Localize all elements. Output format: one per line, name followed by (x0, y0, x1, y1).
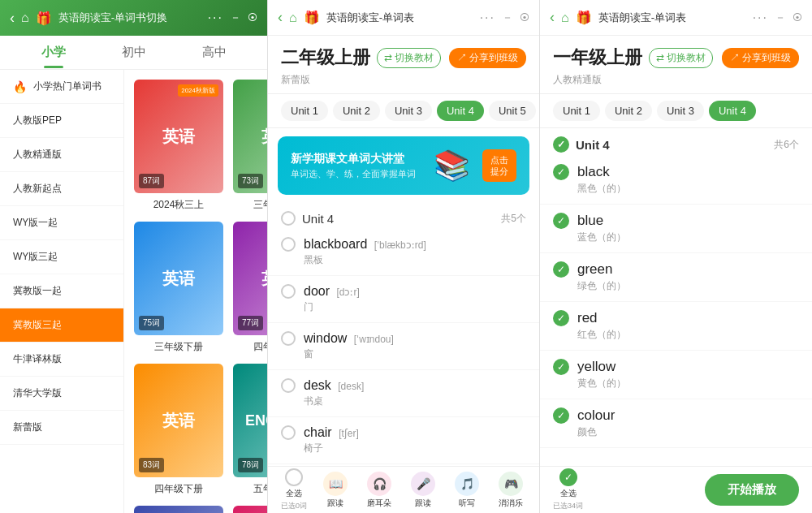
check-colour[interactable]: ✓ (553, 407, 569, 424)
check-blue[interactable]: ✓ (553, 213, 569, 229)
mid-unit-tab-2[interactable]: Unit 3 (385, 101, 432, 121)
book-item-5[interactable]: ENGLISH 78词 五年级上册 (233, 364, 267, 496)
left-gift-icon[interactable]: 🎁 (36, 11, 52, 26)
start-play-button[interactable]: 开始播放 (705, 474, 799, 506)
mid-back-icon[interactable]: ‹ (278, 9, 283, 26)
left-minimize[interactable]: － (230, 11, 241, 25)
mid-signal: ⦿ (520, 12, 529, 24)
mid-tool-moer[interactable]: 🎧 磨耳朵 (361, 472, 398, 509)
word-row-chair[interactable]: chair [tʃer] 椅子 (268, 417, 539, 464)
check-red[interactable]: ✓ (553, 310, 569, 326)
mid-home-icon[interactable]: ⌂ (289, 11, 297, 25)
right-word-colour[interactable]: ✓ colour 颜色 (540, 399, 812, 448)
right-minimize[interactable]: － (775, 11, 786, 25)
sidebar-item-hot[interactable]: 🔥 小学热门单词书 (0, 70, 123, 104)
word-row-window[interactable]: window [ˈwɪndou] 窗 (268, 323, 539, 370)
right-word-green[interactable]: ✓ green 绿色（的） (540, 253, 812, 302)
sidebar-item-jinghui[interactable]: 人教精通版 (0, 138, 123, 172)
book-cover-6: 英语 (134, 506, 223, 513)
word-row-desk[interactable]: desk [desk] 书桌 (268, 370, 539, 417)
book-item-4[interactable]: 英语 83词 四年级下册 (134, 364, 223, 496)
right-back-icon[interactable]: ‹ (550, 9, 555, 26)
right-unit-header: ✓ Unit 4 共6个 (540, 128, 812, 156)
left-signal: ⦿ (248, 12, 257, 24)
book-item-7[interactable]: 英语 61词 六年级上册 (233, 506, 267, 513)
mid-switch-btn[interactable]: ⇄ 切换教材 (377, 48, 441, 68)
mid-gift-icon[interactable]: 🎁 (304, 10, 320, 25)
word-en-door: door (304, 284, 330, 298)
mid-tool-tingxie[interactable]: 🎵 听写 (448, 472, 486, 509)
sidebar-item-xinqidian[interactable]: 人教新起点 (0, 172, 123, 206)
right-unit-tab-2[interactable]: Unit 3 (657, 101, 704, 121)
sidebar-item-ji3[interactable]: 冀教版三起 (0, 308, 123, 343)
check-black[interactable]: ✓ (553, 164, 569, 180)
mid-tool-fudu[interactable]: 📖 跟读 (317, 472, 354, 509)
tab-elementary[interactable]: 小学 (13, 37, 93, 68)
word-radio-window[interactable] (281, 331, 296, 346)
mid-select-circle[interactable] (285, 468, 303, 486)
book-item-0[interactable]: 英语 87词 2024秋新版 2024秋三上 (134, 80, 223, 212)
word-cn-door: 门 (304, 300, 526, 314)
mid-unit-tab-3[interactable]: Unit 4 (437, 101, 484, 121)
right-unit-tab-3[interactable]: Unit 4 (709, 101, 756, 121)
left-back-icon[interactable]: ‹ (10, 10, 15, 27)
word-radio-chair[interactable] (281, 425, 296, 440)
mid-banner[interactable]: 新学期课文单词大讲堂 单词选、学、练，全面掌握单词 📚 点击 提分 (278, 136, 529, 195)
right-select-all[interactable]: ✓ 全选 已选34词 (553, 468, 583, 511)
check-yellow[interactable]: ✓ (553, 359, 569, 375)
xiaoxiao-icon: 🎮 (499, 472, 523, 496)
right-switch-btn[interactable]: ⇄ 切换教材 (649, 48, 713, 68)
right-word-list: ✓ Unit 4 共6个 ✓ black 黑色（的） ✓ blue 蓝色（的） … (540, 128, 812, 466)
word-radio-door[interactable] (281, 284, 296, 299)
sidebar-item-ji1[interactable]: 冀教版一起 (0, 274, 123, 308)
sidebar-item-wy1[interactable]: WY版一起 (0, 206, 123, 240)
sidebar-item-pep[interactable]: 人教版PEP (0, 104, 123, 138)
mid-select-all[interactable]: 全选 已选0词 (278, 468, 310, 511)
mid-unit-tab-4[interactable]: Unit 5 (489, 101, 536, 121)
unit4-radio[interactable] (281, 211, 296, 226)
right-word-yellow[interactable]: ✓ yellow 黄色（的） (540, 351, 812, 399)
sidebar-item-oxford[interactable]: 牛津译林版 (0, 343, 123, 377)
mid-minimize[interactable]: － (502, 11, 513, 25)
right-word-black[interactable]: ✓ black 黑色（的） (540, 156, 812, 205)
banner-btn[interactable]: 点击 提分 (482, 149, 516, 183)
check-green[interactable]: ✓ (553, 261, 569, 278)
mid-grade-title: 二年级上册 (281, 45, 370, 70)
left-dots[interactable]: ··· (208, 11, 223, 25)
right-unit-tab-0[interactable]: Unit 1 (553, 101, 600, 121)
book-title-3: 四年级上册 (253, 340, 267, 354)
sidebar-item-xin[interactable]: 新蕾版 (0, 411, 123, 445)
tab-middle[interactable]: 初中 (93, 37, 174, 68)
sidebar-item-qinghua[interactable]: 清华大学版 (0, 377, 123, 411)
word-row-blackboard[interactable]: blackboard [ˈblækbɔːrd] 黑板 (268, 229, 539, 276)
sidebar-item-wy3[interactable]: WY版三起 (0, 240, 123, 274)
right-unit-tab-1[interactable]: Unit 2 (605, 101, 652, 121)
book-item-3[interactable]: 英语 77词 四年级上册 (233, 222, 267, 354)
mid-tool-xiaoxiao[interactable]: 🎮 消消乐 (492, 472, 529, 509)
right-dots[interactable]: ··· (753, 11, 768, 25)
word-cn-green: 绿色（的） (577, 279, 626, 293)
right-home-icon[interactable]: ⌂ (561, 11, 569, 25)
book-item-2[interactable]: 英语 75词 三年级下册 (134, 222, 223, 354)
mid-tool-gendu[interactable]: 🎤 跟读 (404, 472, 442, 509)
tab-high[interactable]: 高中 (174, 37, 254, 68)
word-row-door[interactable]: door [dɔːr] 门 (268, 276, 539, 323)
right-edition: 人教精通版 (553, 73, 799, 87)
mid-dots[interactable]: ··· (480, 11, 495, 25)
word-cn-blackboard: 黑板 (304, 253, 526, 267)
right-word-red[interactable]: ✓ red 红色（的） (540, 302, 812, 351)
left-home-icon[interactable]: ⌂ (21, 11, 29, 25)
word-radio-blackboard[interactable] (281, 237, 296, 252)
mid-share-btn[interactable]: ↗ 分享到班级 (449, 48, 526, 68)
book-item-6[interactable]: 英语 五年级下册 (134, 506, 223, 513)
word-radio-desk[interactable] (281, 378, 296, 393)
word-en-window: window (304, 331, 347, 345)
right-select-circle[interactable]: ✓ (559, 468, 577, 486)
mid-unit-tab-0[interactable]: Unit 1 (281, 101, 328, 121)
right-gift-icon[interactable]: 🎁 (576, 10, 592, 25)
right-word-blue[interactable]: ✓ blue 蓝色（的） (540, 205, 812, 253)
mid-unit-tab-1[interactable]: Unit 2 (333, 101, 380, 121)
right-share-btn[interactable]: ↗ 分享到班级 (722, 48, 799, 68)
mid-title: 英语朗读宝-单词表 (326, 11, 473, 25)
book-item-1[interactable]: 英语 73词 三年级上册 (233, 80, 267, 212)
